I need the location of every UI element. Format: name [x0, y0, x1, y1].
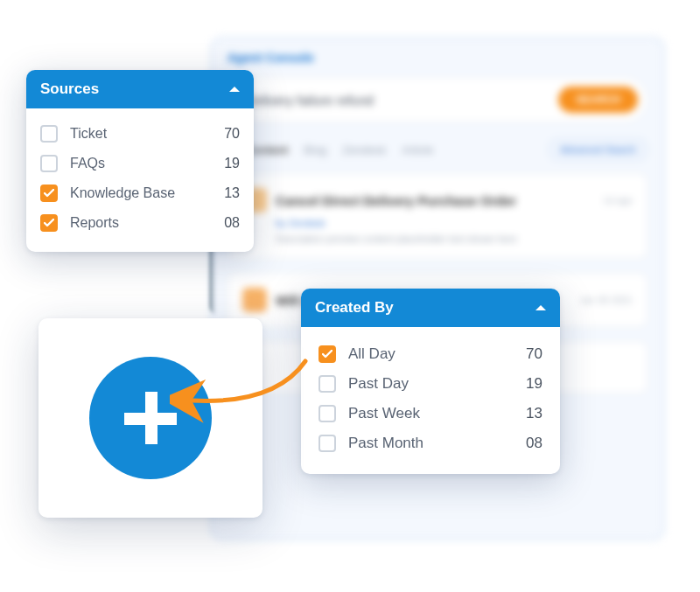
filter-option-reports[interactable]: Reports 08 [40, 208, 240, 238]
filter-count: 08 [526, 435, 542, 452]
filter-option-all-day[interactable]: All Day 70 [318, 339, 542, 369]
filter-count: 08 [224, 215, 240, 231]
filter-label: Past Day [348, 375, 526, 393]
tab-zendesk[interactable]: Zendesk [342, 143, 386, 157]
search-bar[interactable]: Delivery failure refund SEARCH [228, 77, 648, 122]
tab-blog[interactable]: Blog [304, 143, 326, 157]
collapse-icon [229, 87, 240, 92]
checkbox-icon[interactable] [40, 125, 58, 143]
filter-label: All Day [348, 345, 526, 363]
filter-option-ticket[interactable]: Ticket 70 [40, 119, 240, 149]
tab-article[interactable]: Article [402, 143, 433, 157]
filter-label: FAQs [70, 156, 224, 171]
filter-option-faqs[interactable]: FAQs 19 [40, 149, 240, 178]
search-input[interactable]: Delivery failure refund [246, 93, 558, 108]
filter-label: Ticket [70, 126, 224, 142]
result-title: Cancel Direct Delivery Purchase Order [276, 193, 516, 208]
result-date: Jan 30 2021 [579, 295, 633, 305]
checkbox-icon[interactable] [318, 435, 336, 452]
result-date: 1d ago [603, 195, 633, 205]
content-tabs: All Content Blog Zendesk Article Advance… [228, 138, 648, 161]
checkbox-icon[interactable] [318, 345, 336, 363]
filter-count: 13 [224, 185, 240, 201]
filter-count: 70 [526, 345, 542, 363]
checkbox-icon[interactable] [40, 185, 58, 202]
checkbox-icon[interactable] [40, 155, 58, 172]
result-desc: Description preview content placeholder … [276, 233, 633, 244]
created-by-header[interactable]: Created By [301, 289, 560, 327]
filter-label: Past Week [348, 405, 526, 422]
checkbox-icon[interactable] [318, 375, 336, 393]
result-subtitle: by Zendesk [276, 218, 633, 228]
add-source-card [38, 318, 262, 518]
filter-count: 19 [526, 375, 542, 393]
filter-option-knowledge-base[interactable]: Knowledge Base 13 [40, 178, 240, 208]
filter-label: Past Month [348, 435, 526, 452]
result-card[interactable]: Cancel Direct Delivery Purchase Order 1d… [228, 173, 648, 259]
sources-title: Sources [40, 80, 99, 98]
sources-header[interactable]: Sources [26, 70, 254, 108]
filter-count: 19 [224, 156, 240, 171]
doc-icon [242, 288, 267, 312]
collapse-icon [536, 305, 546, 310]
filter-count: 13 [526, 405, 542, 422]
app-title: Agent Console [228, 51, 648, 65]
filter-label: Knowledge Base [70, 185, 224, 201]
filter-count: 70 [224, 126, 240, 142]
filter-option-past-month[interactable]: Past Month 08 [318, 428, 542, 458]
plus-icon [124, 392, 177, 444]
sources-filter-panel: Sources Ticket 70 FAQs 19 Knowledge Base… [26, 70, 254, 252]
advanced-search-button[interactable]: Advanced Search [549, 138, 648, 161]
filter-label: Reports [70, 215, 224, 231]
filter-option-past-week[interactable]: Past Week 13 [318, 399, 542, 428]
created-by-title: Created By [315, 299, 394, 317]
filter-option-past-day[interactable]: Past Day 19 [318, 369, 542, 399]
search-button[interactable]: SEARCH [558, 87, 638, 113]
created-by-filter-panel: Created By All Day 70 Past Day 19 Past W… [301, 289, 560, 474]
checkbox-icon[interactable] [318, 405, 336, 422]
add-button[interactable] [89, 357, 212, 479]
checkbox-icon[interactable] [40, 214, 58, 232]
